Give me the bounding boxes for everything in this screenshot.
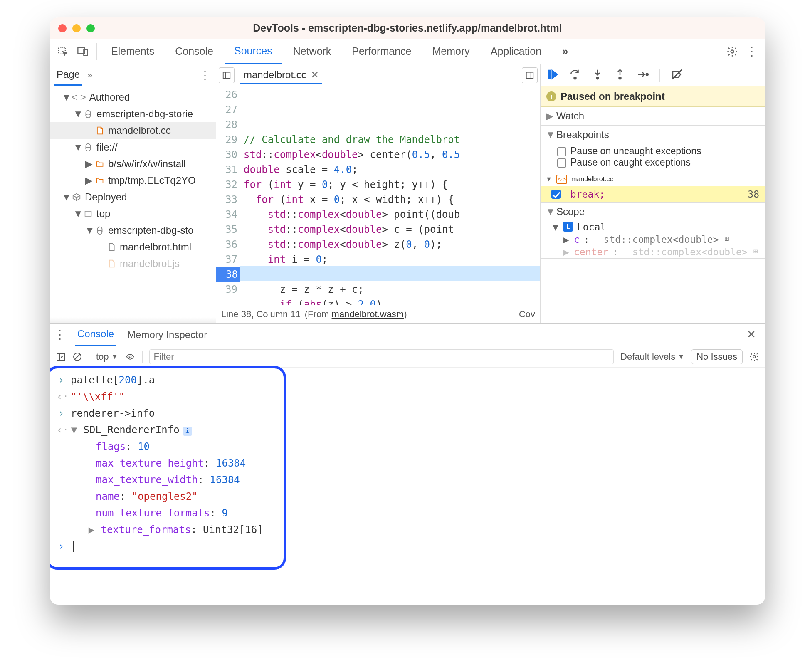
exec-line-highlight (240, 266, 540, 281)
tree-folder-install[interactable]: ▶b/s/w/ir/x/w/install (50, 156, 216, 172)
console-filter[interactable] (149, 349, 614, 364)
tree-file-html[interactable]: mandelbrot.html (50, 239, 216, 255)
output-chevron-icon: ‹· (57, 422, 66, 438)
tree-file-mandelbrot-cc[interactable]: mandelbrot.cc (50, 122, 216, 139)
tab-memory[interactable]: Memory (423, 39, 479, 64)
inspect-element-icon[interactable] (54, 43, 72, 60)
clear-console-icon[interactable] (72, 352, 82, 362)
navigator-pane: Page » ⋮ ▼< >Authored ▼emscripten-dbg-st… (50, 64, 216, 323)
step-out-button[interactable] (614, 68, 626, 82)
scope-local[interactable]: ▼LLocal (541, 221, 765, 233)
tab-performance[interactable]: Performance (343, 39, 420, 64)
memory-icon[interactable]: ⊞ (753, 247, 758, 257)
pause-caught-toggle[interactable]: Pause on caught exceptions (557, 157, 760, 168)
tree-folder-tmp[interactable]: ▶tmp/tmp.ELcTq2YO (50, 172, 216, 189)
memory-icon[interactable]: ⊞ (725, 234, 729, 245)
tab-application[interactable]: Application (482, 39, 551, 64)
title-bar: DevTools - emscripten-dbg-stories.netlif… (50, 17, 765, 39)
console-input-2: ›renderer->info (57, 405, 758, 422)
tree-origin-authored[interactable]: ▼emscripten-dbg-storie (50, 106, 216, 122)
tree-group-deployed[interactable]: ▼Deployed (50, 189, 216, 205)
tree-origin-file[interactable]: ▼file:// (50, 139, 216, 156)
tree-group-authored[interactable]: ▼< >Authored (50, 89, 216, 106)
pause-uncaught-toggle[interactable]: Pause on uncaught exceptions (557, 146, 760, 157)
step-into-button[interactable] (591, 68, 604, 82)
drawer-more-button[interactable]: ⋮ (54, 328, 67, 341)
resume-button[interactable] (546, 68, 559, 82)
svg-point-13 (646, 73, 648, 75)
scope-var-center[interactable]: ▶center: std::complex<double>⊞ (541, 246, 765, 258)
console-body[interactable]: ›palette[200].a ‹·"'\\xff'" ›renderer->i… (50, 368, 765, 605)
output-chevron-icon: ‹· (57, 388, 66, 405)
scope-label: Scope (556, 206, 585, 217)
toggle-navigator-icon[interactable] (219, 67, 235, 83)
devtools-window: DevTools - emscripten-dbg-stories.netlif… (50, 17, 765, 605)
console-sidebar-toggle-icon[interactable] (56, 352, 66, 362)
scope-header[interactable]: ▼Scope (541, 203, 765, 221)
breakpoint-checkbox[interactable] (551, 190, 561, 199)
tab-elements[interactable]: Elements (102, 39, 163, 64)
info-badge-icon[interactable]: i (183, 427, 192, 436)
console-prompt[interactable]: › (57, 538, 758, 555)
drawer-close-button[interactable]: ✕ (742, 326, 761, 343)
tree-file-js[interactable]: mandelbrot.js (50, 255, 216, 272)
more-menu-button[interactable]: ⋮ (743, 43, 761, 60)
navigator-tabs-overflow[interactable]: » (87, 70, 91, 81)
tree-top-frame[interactable]: ▼top (50, 205, 216, 222)
breakpoints-label: Breakpoints (556, 129, 609, 141)
settings-icon[interactable] (724, 43, 741, 60)
console-settings-icon[interactable] (749, 352, 759, 362)
breakpoint-file[interactable]: ▼<·>mandelbrot.cc (541, 172, 765, 186)
drawer: ⋮ Console Memory Inspector ✕ top ▼ Defau… (50, 324, 765, 605)
step-button[interactable] (636, 68, 649, 82)
exec-line-gutter: 38 (216, 267, 240, 282)
watch-section[interactable]: ▶Watch (541, 107, 765, 126)
breakpoints-section: ▼Breakpoints Pause on uncaught exception… (541, 126, 765, 203)
svg-point-3 (731, 50, 734, 53)
step-over-button[interactable] (569, 68, 581, 82)
console-output-2[interactable]: ‹·▼ SDL_RendererInfoi (57, 422, 758, 438)
tab-sources[interactable]: Sources (225, 39, 282, 64)
navigator-tab-page[interactable]: Page (54, 64, 82, 86)
tab-network[interactable]: Network (284, 39, 341, 64)
toggle-debugger-icon[interactable] (522, 67, 538, 83)
tabs-overflow-button[interactable]: » (553, 39, 575, 64)
log-levels-selector[interactable]: Default levels ▼ (620, 351, 684, 362)
filter-input[interactable] (149, 349, 614, 364)
svg-point-11 (597, 77, 599, 79)
live-expression-icon[interactable] (125, 353, 136, 361)
navigator-more-button[interactable]: ⋮ (199, 68, 212, 82)
code-editor[interactable]: 38 2627282930313233343536373839 // Calcu… (216, 86, 540, 305)
close-tab-icon[interactable]: ✕ (311, 69, 319, 81)
info-icon: i (546, 91, 556, 101)
cursor-caret (73, 541, 74, 552)
prop-max-texture-width: max_texture_width: 16384 (57, 472, 758, 488)
tree-origin-deployed[interactable]: ▼emscripten-dbg-sto (50, 222, 216, 239)
source-from: (From mandelbrot.wasm) (305, 309, 407, 320)
editor-tab-file[interactable]: mandelbrot.cc ✕ (240, 67, 322, 84)
console-toolbar: top ▼ Default levels ▼ No Issues (50, 346, 765, 368)
prop-num-texture-formats: num_texture_formats: 9 (57, 505, 758, 521)
prop-texture-formats[interactable]: ▶ texture_formats: Uint32[16] (57, 521, 758, 538)
breakpoint-entry[interactable]: break;38 (541, 186, 765, 202)
svg-point-19 (129, 356, 131, 358)
breakpoints-header[interactable]: ▼Breakpoints (541, 126, 765, 144)
editor-pane: mandelbrot.cc ✕ 38 262728293031323334353… (216, 64, 541, 323)
issues-button[interactable]: No Issues (691, 349, 743, 364)
source-map-link[interactable]: mandelbrot.wasm (332, 309, 404, 319)
drawer-tab-memory-inspector[interactable]: Memory Inspector (125, 324, 210, 346)
console-input-1: ›palette[200].a (57, 372, 758, 388)
device-toolbar-icon[interactable] (74, 43, 91, 60)
svg-rect-9 (549, 70, 551, 79)
file-tree[interactable]: ▼< >Authored ▼emscripten-dbg-storie mand… (50, 86, 216, 323)
source-badge-icon: <·> (556, 175, 567, 184)
svg-point-10 (574, 77, 576, 79)
code-lines: // Calculate and draw the Mandelbrotstd:… (240, 86, 540, 305)
drawer-tab-console[interactable]: Console (75, 323, 116, 346)
prompt-chevron-icon: › (57, 538, 66, 555)
paused-text: Paused on breakpoint (561, 91, 665, 102)
execution-context-selector[interactable]: top ▼ (96, 351, 118, 362)
scope-var-c[interactable]: ▶c: std::complex<double>⊞ (541, 233, 765, 246)
tab-console[interactable]: Console (166, 39, 222, 64)
deactivate-breakpoints-button[interactable] (671, 68, 683, 82)
